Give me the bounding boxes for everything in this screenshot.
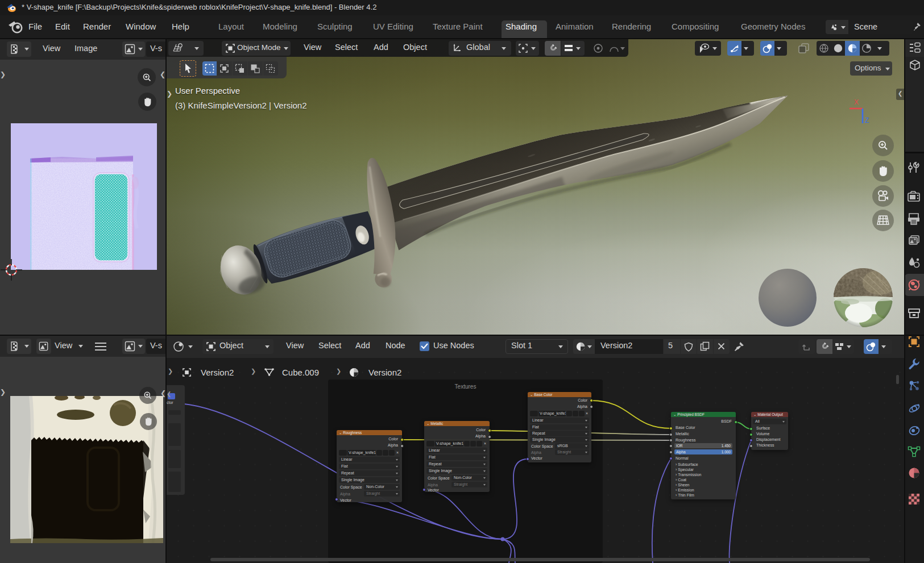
svg-text:X: X	[854, 98, 859, 106]
svg-text:Z: Z	[865, 116, 869, 124]
